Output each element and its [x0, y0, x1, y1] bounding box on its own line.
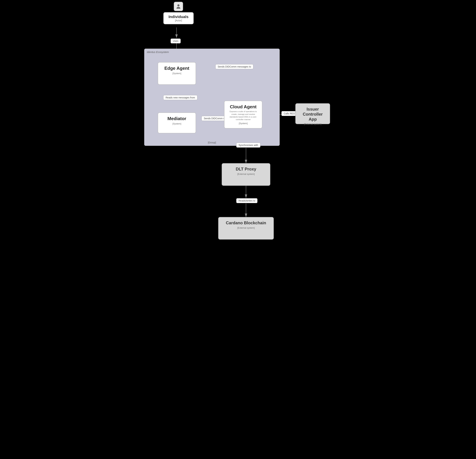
group-label: [Group] — [208, 141, 216, 144]
edge-agent-box: Edge Agent [System] — [158, 62, 196, 85]
cloud-agent-title: Cloud Agent — [227, 104, 259, 109]
edge-agent-subtitle: [System] — [161, 72, 193, 75]
group-title: Identus Ecosystem — [147, 50, 169, 53]
individuals-title: Individuals — [169, 15, 188, 19]
dlt-proxy-box: DLT Proxy [External system] — [222, 163, 270, 186]
individuals-actor: Individuals [Actor] — [163, 2, 194, 24]
issuer-controller-subtitle: [External system] — [299, 123, 326, 125]
cloud-agent-desc: Exposes a suite of operations to create,… — [227, 110, 259, 121]
individuals-label-box: Individuals [Actor] — [163, 12, 194, 24]
mediator-subtitle: [System] — [161, 122, 193, 125]
synchronises-badge: Synchronises with — [236, 143, 260, 148]
person-icon — [174, 2, 183, 11]
sends-didcomm-edge-badge: Sends DIDComm messages to — [215, 64, 253, 69]
cloud-agent-subtitle: [System] — [227, 122, 259, 125]
cardano-title: Cardano Blockchain — [222, 220, 270, 225]
dlt-proxy-title: DLT Proxy — [225, 167, 266, 172]
uses-badge: Uses — [170, 39, 181, 43]
cardano-subtitle: [External system] — [222, 226, 270, 229]
mediator-title: Mediator — [161, 116, 193, 121]
dlt-proxy-subtitle: [External system] — [225, 173, 266, 175]
issuer-controller-title: Issuer Controller App — [299, 107, 326, 122]
individuals-subtitle: [Actor] — [169, 19, 188, 22]
edge-agent-title: Edge Agent — [161, 66, 193, 71]
reads-writes-badge: Reads/writes to — [236, 198, 257, 203]
reads-new-messages-badge: Reads new messages from — [163, 95, 197, 100]
cardano-box: Cardano Blockchain [External system] — [218, 217, 274, 240]
mediator-box: Mediator [System] — [158, 112, 196, 133]
svg-point-11 — [177, 4, 179, 6]
issuer-controller-box: Issuer Controller App [External system] — [295, 103, 330, 124]
cloud-agent-box: Cloud Agent Exposes a suite of operation… — [224, 101, 262, 128]
diagram-container: Individuals [Actor] Uses Identus Ecosyst… — [143, 0, 333, 459]
